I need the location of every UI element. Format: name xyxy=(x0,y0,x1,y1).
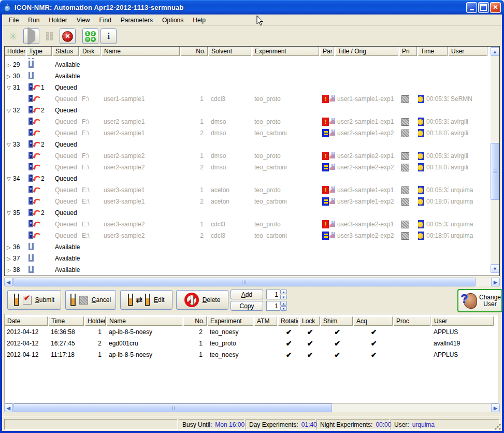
queue-row[interactable]: ▽322Queued xyxy=(5,105,499,116)
spin-down-arrow[interactable]: ▼ xyxy=(280,295,287,299)
scroll-left-arrow[interactable]: ◀ xyxy=(4,403,13,412)
queue-row[interactable]: ▷29Available xyxy=(5,59,499,70)
queue-row[interactable]: QueuedF:\user2-sample22dmsoteo_carbonius… xyxy=(5,162,499,173)
scroll-left-arrow[interactable]: ◀ xyxy=(4,278,13,286)
title-bar[interactable]: ICON-NMR: Automation Apr12-2012-1113-ser… xyxy=(0,0,504,15)
queue-column-header-pri[interactable]: Pri xyxy=(399,47,417,56)
spin-down-arrow[interactable]: ▼ xyxy=(280,306,287,311)
copy-count-spinner[interactable]: 1▲▼ xyxy=(266,301,287,311)
queue-row[interactable]: QueuedF:\user2-sample21dmsoteo_proto!use… xyxy=(5,150,499,162)
history-column-header-rotation[interactable]: Rotation xyxy=(278,316,298,326)
queue-column-header-time[interactable]: Time xyxy=(418,47,448,56)
history-column-header-proc[interactable]: Proc xyxy=(394,316,430,326)
queue-column-header-user[interactable]: User xyxy=(449,47,487,56)
menu-item-run[interactable]: Run xyxy=(23,16,44,25)
copy-button[interactable]: Copy xyxy=(231,301,263,311)
history-column-header-lock[interactable]: Lock xyxy=(299,316,320,326)
collapse-triangle-icon[interactable]: ▽ xyxy=(7,210,13,216)
collapse-triangle-icon[interactable]: ▽ xyxy=(7,142,13,148)
scroll-thumb[interactable] xyxy=(491,143,499,200)
queue-row[interactable]: QueuedE:\user3-sample11acetonteo_proto!u… xyxy=(5,184,499,196)
menu-item-parameters[interactable]: Parameters xyxy=(116,16,157,25)
queue-column-header-type[interactable]: Type xyxy=(26,47,52,56)
queue-row[interactable]: ▽352Queued xyxy=(5,207,499,219)
stop-automation-button[interactable]: ✕ xyxy=(60,28,76,44)
collapse-triangle-icon[interactable]: ▽ xyxy=(7,85,13,91)
menu-item-options[interactable]: Options xyxy=(157,16,188,25)
queue-row[interactable]: ▽311Queued xyxy=(5,82,499,93)
menu-item-help[interactable]: Help xyxy=(188,16,210,25)
queue-row[interactable]: QueuedF:\user2-sample11dmsoteo_proto!use… xyxy=(5,116,499,127)
menu-item-view[interactable]: View xyxy=(72,16,95,25)
history-column-header-date[interactable]: Date xyxy=(5,316,48,326)
information-button[interactable]: i xyxy=(100,28,117,44)
expand-triangle-icon[interactable]: ▷ xyxy=(7,256,13,262)
queue-row[interactable]: ▷37Available xyxy=(5,253,499,264)
queue-row[interactable]: ▽332Queued xyxy=(5,139,499,150)
spin-up-arrow[interactable]: ▲ xyxy=(280,290,287,294)
add-count-spinner-value[interactable]: 1 xyxy=(266,290,280,299)
delete-button[interactable]: Delete xyxy=(176,290,228,310)
scroll-down-arrow[interactable]: ▼ xyxy=(491,264,499,273)
history-row[interactable]: 2012-04-1216:27:452egd001cru1teo_proto✔✔… xyxy=(5,338,498,349)
history-column-header-acq[interactable]: Acq xyxy=(354,316,393,326)
close-button[interactable]: ✕ xyxy=(490,2,501,13)
collapse-triangle-icon[interactable]: ▽ xyxy=(7,176,13,182)
queue-column-header-disk[interactable]: Disk xyxy=(80,47,100,56)
menu-item-find[interactable]: Find xyxy=(95,16,116,25)
history-column-header-user[interactable]: User xyxy=(431,316,494,326)
queue-column-header-title[interactable]: Title / Orig xyxy=(335,47,398,56)
expand-triangle-icon[interactable]: ▷ xyxy=(7,74,13,79)
queue-row[interactable]: ▷36Available xyxy=(5,241,499,253)
queue-column-header-par[interactable]: Par xyxy=(320,47,334,56)
expand-triangle-icon[interactable]: ▷ xyxy=(7,267,13,273)
copy-count-spinner-value[interactable]: 1 xyxy=(266,301,280,311)
queue-vertical-scrollbar[interactable]: ▲ ▼ xyxy=(491,47,499,273)
queue-column-header-name[interactable]: Name xyxy=(102,47,180,56)
history-row[interactable]: 2012-04-1216:36:581ap-ib-8-5-noesy2teo_n… xyxy=(5,326,498,338)
history-column-header-name[interactable]: Name xyxy=(107,316,182,326)
queue-row[interactable]: ▷38Available xyxy=(5,264,499,276)
history-row[interactable]: 2012-04-1211:17:181ap-ib-8-5-noesy1teo_n… xyxy=(5,349,498,360)
history-column-header-holder[interactable]: Holder xyxy=(85,316,106,326)
change-user-button[interactable]: ? Change User xyxy=(457,289,502,312)
queue-row[interactable]: ▷30Available xyxy=(5,70,499,82)
add-button[interactable]: Add xyxy=(231,290,263,299)
holder-grid-button[interactable]: 1234 xyxy=(82,28,98,44)
queue-column-header-solvent[interactable]: Solvent xyxy=(209,47,251,56)
collapse-triangle-icon[interactable]: ▽ xyxy=(7,108,13,113)
history-column-header-time[interactable]: Time xyxy=(49,316,84,326)
expand-triangle-icon[interactable]: ▷ xyxy=(7,62,13,68)
queue-row[interactable]: QueuedE:\user3-sample22cdcl3teo_carboniu… xyxy=(5,230,499,241)
spin-up-arrow[interactable]: ▲ xyxy=(280,301,287,306)
scroll-up-arrow[interactable]: ▲ xyxy=(491,47,499,56)
submit-button[interactable]: ✔Submit xyxy=(7,290,61,310)
expand-triangle-icon[interactable]: ▷ xyxy=(7,244,13,250)
queue-column-header-experiment[interactable]: Experiment xyxy=(252,47,319,56)
history-column-header-atm[interactable]: ATM xyxy=(254,316,277,326)
queue-column-header-no[interactable]: No. xyxy=(181,47,208,56)
scroll-right-arrow[interactable]: ▶ xyxy=(491,403,500,412)
queue-row[interactable]: QueuedF:\user1-sample11cdcl3teo_proto!us… xyxy=(5,93,499,105)
history-column-header-experiment[interactable]: Experiment xyxy=(208,316,253,326)
queue-row[interactable]: QueuedF:\user2-sample12dmsoteo_carbonius… xyxy=(5,127,499,139)
scroll-thumb[interactable] xyxy=(13,403,332,412)
queue-row[interactable]: QueuedE:\user3-sample12acetonteo_carboni… xyxy=(5,196,499,207)
history-column-header-shim[interactable]: Shim xyxy=(321,316,353,326)
edit-button[interactable]: ⇄Edit xyxy=(120,290,172,310)
queue-column-header-status[interactable]: Status xyxy=(53,47,79,56)
queue-row[interactable]: QueuedE:\user3-sample21cdcl3teo_proto!us… xyxy=(5,219,499,230)
minimize-button[interactable] xyxy=(466,2,477,13)
maximize-button[interactable] xyxy=(478,2,489,13)
queue-row[interactable]: ▽342Queued xyxy=(5,173,499,184)
cancel-button[interactable]: Cancel xyxy=(65,290,116,310)
queue-column-header-holder[interactable]: Holder xyxy=(5,47,25,56)
history-column-header-no[interactable]: No. xyxy=(183,316,207,326)
history-horizontal-scrollbar[interactable]: ◀ ▶ xyxy=(4,403,500,412)
menu-item-file[interactable]: File xyxy=(4,16,23,25)
add-count-spinner[interactable]: 1▲▼ xyxy=(266,290,287,299)
scroll-thumb[interactable] xyxy=(13,278,476,286)
resize-grip[interactable] xyxy=(494,423,501,430)
start-automation-button[interactable] xyxy=(23,28,39,44)
scroll-right-arrow[interactable]: ▶ xyxy=(491,278,500,286)
